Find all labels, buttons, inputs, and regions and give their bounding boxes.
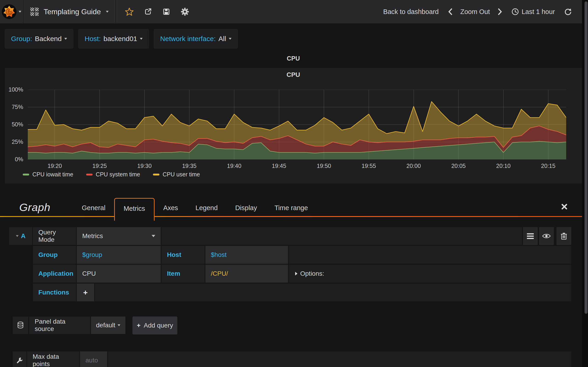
editor-tabs: General Metrics Axes Legend Display Time… xyxy=(73,198,317,217)
panel-header-title[interactable]: CPU xyxy=(5,55,582,62)
refresh-icon[interactable] xyxy=(564,8,571,15)
chevron-down-icon xyxy=(64,38,67,40)
x-tick-label: 19:30 xyxy=(134,163,155,169)
variable-netif-value: All xyxy=(218,35,226,43)
x-tick-label: 19:35 xyxy=(179,163,199,169)
y-tick-label: 100% xyxy=(5,86,23,93)
x-tick-label: 19:20 xyxy=(44,163,65,169)
clock-icon xyxy=(511,8,519,15)
query-menu-button[interactable] xyxy=(523,227,538,245)
datasource-select[interactable]: default xyxy=(91,317,125,334)
application-input-cell xyxy=(77,265,161,283)
x-tick-label: 19:40 xyxy=(224,163,245,169)
chevron-down-icon xyxy=(140,38,143,40)
y-tick-label: 0% xyxy=(5,156,23,163)
add-query-label: Add query xyxy=(144,322,173,329)
item-input[interactable] xyxy=(205,265,288,283)
time-shift-right-icon[interactable] xyxy=(498,8,502,15)
query-row-filler xyxy=(162,227,522,245)
tab-time-range[interactable]: Time range xyxy=(266,199,317,217)
variable-group-label: Group: xyxy=(11,35,32,43)
logo-caret-icon xyxy=(19,11,21,13)
time-range-label: Last 1 hour xyxy=(522,8,555,16)
datasource-value: default xyxy=(96,322,115,329)
host-input[interactable] xyxy=(205,246,288,264)
gear-icon[interactable] xyxy=(181,8,189,16)
tab-axes[interactable]: Axes xyxy=(155,199,187,217)
legend-item[interactable]: CPU user time xyxy=(153,171,200,178)
add-function-button[interactable]: + xyxy=(77,284,94,301)
grafana-logo-icon xyxy=(2,4,17,19)
legend-swatch xyxy=(23,174,29,175)
options-toggle[interactable]: Options: xyxy=(289,265,571,283)
settings-row-filler xyxy=(108,351,571,367)
chevron-down-icon xyxy=(152,235,155,237)
query-delete-button[interactable] xyxy=(556,227,571,245)
grafana-dashboard: Templating Guide xyxy=(0,0,588,367)
variable-netif-dropdown[interactable]: Network interface: All xyxy=(154,29,238,48)
share-icon[interactable] xyxy=(144,8,152,16)
item-input-cell xyxy=(205,265,288,283)
legend-series-name: CPU user time xyxy=(163,171,200,178)
variable-host-value: backend01 xyxy=(104,35,137,43)
legend-series-name: CPU system time xyxy=(96,171,140,178)
query-collapse-button[interactable]: A xyxy=(9,227,32,245)
x-tick-label: 20:05 xyxy=(448,163,469,169)
grafana-menu-button[interactable] xyxy=(0,0,23,23)
save-icon[interactable] xyxy=(162,8,170,16)
settings-icon-cell xyxy=(13,351,26,367)
scrollbar-track[interactable] xyxy=(582,0,588,367)
variable-host-dropdown[interactable]: Host: backend01 xyxy=(78,29,149,48)
zoom-out-button[interactable]: Zoom Out xyxy=(460,8,490,16)
scrollbar-thumb[interactable] xyxy=(585,1,588,314)
chevron-right-icon xyxy=(295,272,297,275)
tab-general[interactable]: General xyxy=(73,199,114,217)
chart-legend: CPU iowait timeCPU system timeCPU user t… xyxy=(23,171,200,178)
navbar: Templating Guide xyxy=(0,0,582,23)
chevron-down-icon xyxy=(118,324,120,326)
query-mode-select[interactable]: Metrics xyxy=(77,227,161,245)
host-input-cell xyxy=(205,246,288,264)
tab-metrics[interactable]: Metrics xyxy=(114,198,154,221)
tab-display[interactable]: Display xyxy=(226,199,266,217)
add-query-button[interactable]: + Add query xyxy=(132,317,177,334)
wrench-icon xyxy=(16,357,23,364)
panel-editor-header: Graph General Metrics Axes Legend Displa… xyxy=(0,198,582,217)
legend-item[interactable]: CPU system time xyxy=(86,171,140,178)
dashboard-title-button[interactable]: Templating Guide xyxy=(23,0,116,23)
back-to-dashboard-link[interactable]: Back to dashboard xyxy=(383,8,439,16)
chevron-down-icon xyxy=(229,38,232,40)
dashboard-grid-icon xyxy=(30,8,39,16)
panel-datasource-label: Panel data source xyxy=(29,317,90,334)
time-shift-left-icon[interactable] xyxy=(448,8,452,15)
panel-type-title: Graph xyxy=(19,201,51,214)
group-input[interactable] xyxy=(77,246,161,264)
x-tick-label: 19:50 xyxy=(313,163,334,169)
plus-icon: + xyxy=(83,288,88,297)
legend-swatch xyxy=(153,174,159,175)
template-variables: Group: Backend Host: backend01 Network i… xyxy=(5,29,238,48)
legend-series-name: CPU iowait time xyxy=(32,171,73,178)
application-input[interactable] xyxy=(77,265,161,283)
tab-legend[interactable]: Legend xyxy=(187,199,226,217)
close-icon[interactable] xyxy=(561,203,568,210)
datasource-icon-cell xyxy=(13,317,28,334)
max-data-points-input[interactable] xyxy=(80,351,107,367)
query-letter: A xyxy=(21,232,26,240)
time-picker-button[interactable]: Last 1 hour xyxy=(511,8,555,16)
application-label: Application xyxy=(33,265,76,283)
x-tick-label: 19:55 xyxy=(359,163,379,169)
y-tick-label: 75% xyxy=(5,104,23,110)
options-label: Options: xyxy=(300,270,324,277)
variable-group-dropdown[interactable]: Group: Backend xyxy=(5,29,73,48)
star-icon[interactable] xyxy=(125,8,133,16)
group-label: Group xyxy=(33,246,76,264)
variable-group-value: Backend xyxy=(35,35,62,43)
query-toggle-visibility-button[interactable] xyxy=(539,227,554,245)
variable-netif-label: Network interface: xyxy=(160,35,216,43)
y-tick-label: 25% xyxy=(5,139,23,145)
query-row-filler xyxy=(95,284,571,301)
legend-item[interactable]: CPU iowait time xyxy=(23,171,73,178)
host-label: Host xyxy=(162,246,205,264)
menu-icon xyxy=(527,233,534,239)
